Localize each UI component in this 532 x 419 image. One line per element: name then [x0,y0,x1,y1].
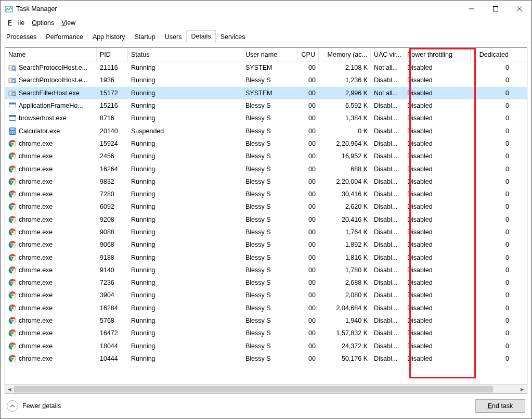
table-row[interactable]: chrome.exe16284RunningBlessy S002,04,684… [5,302,527,314]
table-row[interactable]: SearchProtocolHost.e...1936RunningBlessy… [5,74,527,86]
process-name: chrome.exe [19,291,53,299]
table-row[interactable]: chrome.exe9140RunningBlessy S001,780 KDi… [5,264,527,276]
tab-details[interactable]: Details [186,30,215,43]
svg-line-13 [15,95,16,96]
cell-power-throttling: Disabled [404,77,471,84]
table-row[interactable]: chrome.exe7236RunningBlessy S002,688 KDi… [5,276,527,289]
tab-processes[interactable]: Processes [2,31,41,43]
col-uac[interactable]: UAC vir... [371,48,404,61]
minimize-button[interactable] [460,1,484,17]
process-icon [8,278,17,287]
process-icon [8,342,17,350]
table-row[interactable]: ApplicationFrameHo...15216RunningBlessy … [5,99,527,112]
cell-memory: 16,952 K [319,153,371,160]
cell-pid: 15216 [97,102,128,109]
table-row[interactable]: chrome.exe9088RunningBlessy S001,764 KDi… [5,226,527,238]
table-row[interactable]: chrome.exe9188RunningBlessy S001,816 KDi… [5,251,527,263]
table-row[interactable]: browserhost.exe8716RunningBlessy S001,38… [5,112,527,124]
maximize-button[interactable] [484,1,508,17]
table-row[interactable]: chrome.exe6092RunningBlessy S002,620 KDi… [5,200,527,213]
menu-view[interactable]: View [58,18,79,28]
table-row[interactable]: chrome.exe7280RunningBlessy S0030,416 KD… [5,188,527,200]
table-row[interactable]: chrome.exe16472RunningBlessy S001,57,832… [5,327,527,339]
col-pid[interactable]: PID [97,48,128,61]
table-row[interactable]: SearchProtocolHost.e...21116RunningSYSTE… [5,61,527,74]
col-memory[interactable]: Memory (ac... [319,48,371,61]
tab-users[interactable]: Users [160,31,187,43]
cell-cpu: 00 [298,254,319,261]
cell-cpu: 00 [298,291,319,299]
scroll-thumb[interactable] [14,385,518,393]
cell-uac: Disabl... [371,317,404,324]
menu-options[interactable]: Options [29,18,57,28]
tab-app-history[interactable]: App history [88,31,130,43]
tab-performance[interactable]: Performance [41,31,88,43]
cell-user: Blessy S [242,77,298,84]
cell-user: Blessy S [242,317,298,324]
table-row[interactable]: chrome.exe3904RunningBlessy S002,080 KDi… [5,289,527,301]
cell-pid: 16284 [97,304,128,312]
horizontal-scrollbar[interactable]: ◂ ▸ [5,384,527,393]
cell-dedicated: 0 [471,329,512,337]
scroll-left-icon[interactable]: ◂ [5,385,14,393]
process-name: chrome.exe [19,191,53,198]
cell-uac: Disabl... [371,329,404,337]
scroll-right-icon[interactable]: ▸ [518,385,527,393]
cell-cpu: 00 [298,342,319,350]
cell-cpu: 00 [298,191,319,198]
cell-power-throttling: Disabled [404,342,471,350]
cell-memory: 1,57,832 K [319,329,371,337]
cell-uac: Disabl... [371,254,404,261]
col-power-throttling[interactable]: Power throttling [404,48,471,61]
table-row[interactable]: chrome.exe9068RunningBlessy S001,892 KDi… [5,238,527,251]
cell-user: Blessy S [242,216,298,223]
process-icon [8,266,17,274]
process-name: chrome.exe [19,166,53,173]
col-name[interactable]: Name [5,48,97,61]
tabbar: Processes Performance App history Startu… [1,29,531,43]
cell-cpu: 00 [298,216,319,223]
cell-dedicated: 0 [471,279,512,286]
cell-status: Running [128,90,242,97]
cell-dedicated: 0 [471,266,512,274]
menu-file[interactable]: File [5,18,28,28]
cell-uac: Disabl... [371,203,404,210]
cell-cpu: 00 [298,266,319,274]
cell-cpu: 00 [298,153,319,160]
table-row[interactable]: Calculator.exe20140SuspendedBlessy S000 … [5,124,527,137]
table-row[interactable]: chrome.exe2456RunningBlessy S0016,952 KD… [5,150,527,162]
table-row[interactable]: SearchFilterHost.exe15172RunningSYSTEM00… [5,87,527,99]
cell-uac: Disabl... [371,166,404,173]
col-cpu[interactable]: CPU [298,48,319,61]
cell-user: Blessy S [242,128,298,135]
table-row[interactable]: chrome.exe9832RunningBlessy S002,20,004 … [5,175,527,188]
col-user-name[interactable]: User name [242,48,298,61]
table-row[interactable]: chrome.exe9208RunningBlessy S0020,416 KD… [5,213,527,226]
tab-services[interactable]: Services [216,31,250,43]
fewer-details-toggle[interactable]: Fewer details [7,400,61,412]
end-task-button[interactable]: End task [475,399,525,413]
table-row[interactable]: chrome.exe18044RunningBlessy S0024,372 K… [5,340,527,352]
close-button[interactable] [508,1,531,17]
cell-status: Running [128,266,242,274]
table-row[interactable]: chrome.exe15924RunningBlessy S002,20,964… [5,137,527,150]
table-rows: SearchProtocolHost.e...21116RunningSYSTE… [5,61,527,384]
process-icon [8,139,17,148]
col-status[interactable]: Status [128,48,242,61]
cell-uac: Disabl... [371,191,404,198]
cell-dedicated: 0 [471,178,512,185]
table-row[interactable]: chrome.exe5768RunningBlessy S001,940 KDi… [5,314,527,327]
cell-pid: 9068 [97,241,128,248]
tab-startup[interactable]: Startup [129,31,160,43]
chevron-up-icon [7,400,18,412]
cell-uac: Disabl... [371,153,404,160]
cell-memory: 688 K [319,166,371,173]
process-icon [8,253,17,262]
svg-rect-22 [14,131,15,132]
table-row[interactable]: chrome.exe10444RunningBlessy S0050,176 K… [5,352,527,365]
cell-status: Running [128,254,242,261]
table-row[interactable]: chrome.exe16264RunningBlessy S00688 KDis… [5,162,527,175]
cell-uac: Disabl... [371,102,404,109]
process-name: chrome.exe [19,279,53,286]
col-dedicated[interactable]: Dedicated [471,48,512,61]
